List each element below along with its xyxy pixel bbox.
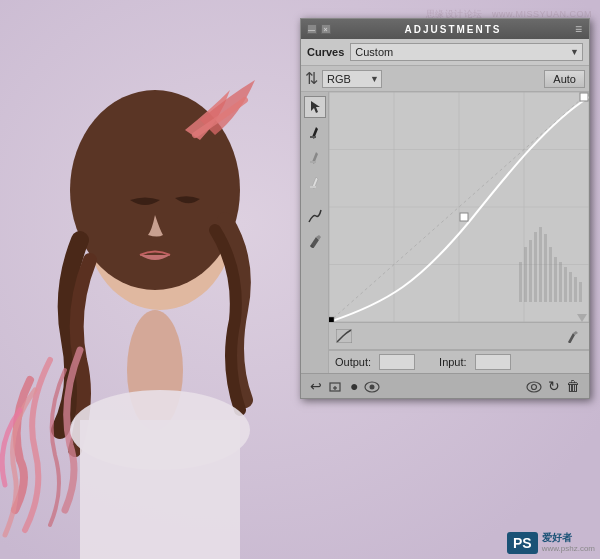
link-icon[interactable] <box>523 376 545 396</box>
svg-rect-7 <box>310 161 316 163</box>
svg-point-43 <box>527 382 541 392</box>
close-button[interactable]: × <box>321 24 331 34</box>
small-tools-row <box>329 322 589 350</box>
channel-dropdown-wrapper: RGB Red Green Blue ▼ <box>322 70 382 88</box>
right-area: Output: Input: <box>329 92 589 373</box>
svg-point-44 <box>532 385 537 390</box>
input-field[interactable] <box>475 354 511 370</box>
svg-rect-20 <box>524 247 527 302</box>
bottom-toolbar: ↩ ● ↻ 🗑 <box>301 373 589 398</box>
output-label: Output: <box>335 356 371 368</box>
minimize-button[interactable]: — <box>307 24 317 34</box>
eyedropper-gray-tool[interactable] <box>304 146 326 168</box>
svg-rect-33 <box>460 213 468 221</box>
svg-rect-30 <box>574 277 577 302</box>
curves-preset-row: Curves Custom Default Strong Contrast Me… <box>301 39 589 66</box>
pointer-tool[interactable] <box>304 96 326 118</box>
channel-row: ⇅ RGB Red Green Blue ▼ Auto <box>301 66 589 92</box>
svg-rect-27 <box>559 262 562 302</box>
eyedropper-black-tool[interactable] <box>304 121 326 143</box>
panel-menu-icon[interactable]: ≡ <box>575 22 583 36</box>
svg-rect-31 <box>579 282 582 302</box>
curve-section: Output: Input: <box>301 92 589 373</box>
svg-rect-24 <box>544 234 547 302</box>
svg-rect-19 <box>519 262 522 302</box>
curve-mode-tool[interactable] <box>304 205 326 227</box>
titlebar-controls: — × <box>307 24 331 34</box>
delete-icon[interactable]: 🗑 <box>563 376 583 396</box>
eyedropper-white-tool[interactable] <box>304 171 326 193</box>
svg-point-42 <box>370 385 375 390</box>
svg-rect-25 <box>549 247 552 302</box>
ps-logo: PS <box>507 532 538 554</box>
svg-rect-21 <box>529 240 532 302</box>
channel-dropdown[interactable]: RGB Red Green Blue <box>322 70 382 88</box>
auto-button[interactable]: Auto <box>544 70 585 88</box>
channel-icon: ⇅ <box>305 69 318 88</box>
output-field[interactable] <box>379 354 415 370</box>
left-tools <box>301 92 329 373</box>
output-input-row: Output: Input: <box>329 350 589 373</box>
curves-label: Curves <box>307 46 344 58</box>
ps-logo-area: PS 爱好者 www.pshz.com <box>507 532 595 554</box>
input-label: Input: <box>439 356 467 368</box>
refresh-icon[interactable]: ↻ <box>545 376 563 396</box>
adjustments-panel: — × ADJUSTMENTS ≡ Curves Custom Default … <box>300 18 590 399</box>
svg-rect-8 <box>310 186 316 188</box>
svg-rect-29 <box>569 272 572 302</box>
visibility-icon[interactable] <box>361 376 383 396</box>
curve-display-icon[interactable] <box>333 325 355 347</box>
back-icon[interactable]: ↩ <box>307 376 325 396</box>
ps-website: www.pshz.com <box>542 544 595 554</box>
svg-rect-5 <box>80 420 240 559</box>
preset-dropdown[interactable]: Custom Default Strong Contrast Medium Co… <box>350 43 583 61</box>
panel-title: ADJUSTMENTS <box>331 24 575 35</box>
preset-dropdown-wrapper: Custom Default Strong Contrast Medium Co… <box>350 43 583 61</box>
svg-rect-23 <box>539 227 542 302</box>
svg-rect-34 <box>580 93 588 101</box>
adjustments-icon[interactable]: ● <box>347 376 361 396</box>
svg-rect-22 <box>534 232 537 302</box>
pencil-tool[interactable] <box>304 230 326 252</box>
ps-brand-text: 爱好者 <box>542 532 595 544</box>
svg-rect-28 <box>564 267 567 302</box>
curves-chart[interactable] <box>329 92 589 322</box>
new-layer-icon[interactable] <box>325 376 347 396</box>
svg-rect-26 <box>554 257 557 302</box>
pencil-draw-icon[interactable] <box>563 325 585 347</box>
svg-rect-6 <box>310 136 316 138</box>
panel-titlebar: — × ADJUSTMENTS ≡ <box>301 19 589 39</box>
svg-marker-36 <box>577 314 587 322</box>
